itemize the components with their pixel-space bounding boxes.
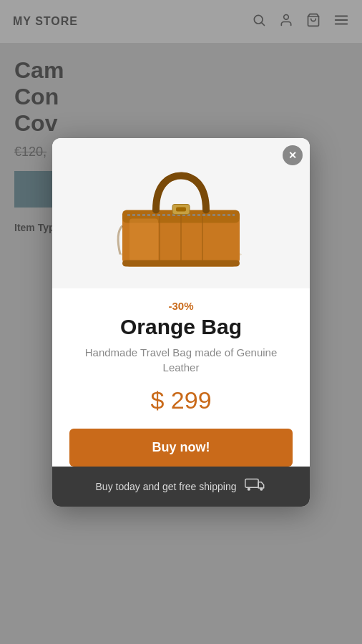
svg-point-19 xyxy=(248,487,250,490)
buy-now-button[interactable]: Buy now! xyxy=(69,429,293,467)
discount-badge: -30% xyxy=(69,300,293,312)
product-modal: ✕ xyxy=(52,138,310,507)
product-price: $ 299 xyxy=(69,386,293,414)
svg-rect-10 xyxy=(129,218,158,261)
modal-close-button[interactable]: ✕ xyxy=(283,145,303,165)
modal-image-area xyxy=(52,138,310,288)
modal-overlay: ✕ xyxy=(0,0,362,644)
modal-body: -30% Orange Bag Handmade Travel Bag made… xyxy=(52,288,310,467)
svg-rect-14 xyxy=(122,260,240,266)
product-image xyxy=(109,160,253,274)
product-title: Orange Bag xyxy=(69,315,293,339)
modal-footer: Buy today and get free shipping xyxy=(52,467,310,507)
close-icon: ✕ xyxy=(288,150,297,161)
svg-rect-18 xyxy=(245,479,258,487)
truck-icon xyxy=(245,477,266,497)
product-description: Handmade Travel Bag made of Genuine Leat… xyxy=(69,345,293,375)
footer-text: Buy today and get free shipping xyxy=(96,481,237,492)
svg-rect-17 xyxy=(176,207,186,211)
svg-point-20 xyxy=(260,487,263,490)
